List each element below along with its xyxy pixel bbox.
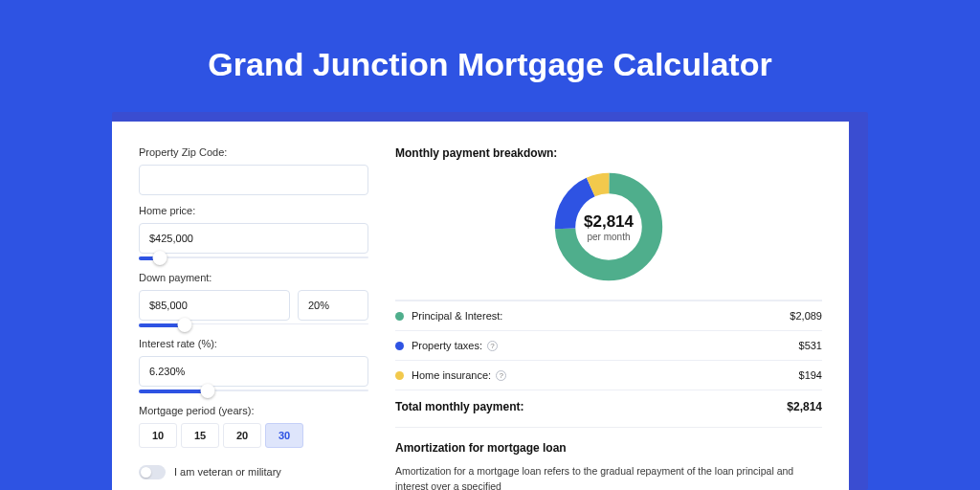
slider-thumb[interactable] bbox=[152, 251, 167, 265]
zip-label: Property Zip Code: bbox=[139, 146, 368, 158]
card-shadow: Property Zip Code: Home price: Down paym… bbox=[112, 112, 868, 490]
help-icon[interactable]: ? bbox=[487, 341, 498, 351]
line-label: Property taxes:? bbox=[412, 340, 799, 351]
veteran-row: I am veteran or military bbox=[139, 465, 368, 479]
home-price-label: Home price: bbox=[139, 205, 368, 216]
page-title: Grand Junction Mortgage Calculator bbox=[208, 46, 771, 83]
down-payment-label: Down payment: bbox=[139, 272, 368, 283]
home-price-field: Home price: bbox=[139, 205, 368, 254]
amortization-title: Amortization for mortgage loan bbox=[395, 441, 822, 455]
total-value: $2,814 bbox=[787, 400, 822, 413]
rate-input[interactable] bbox=[139, 356, 368, 387]
donut-sub: per month bbox=[587, 232, 630, 242]
form-column: Property Zip Code: Home price: Down paym… bbox=[139, 146, 368, 479]
period-btn-20[interactable]: 20 bbox=[223, 423, 261, 448]
breakdown-title: Monthly payment breakdown: bbox=[395, 146, 822, 160]
rate-field: Interest rate (%): bbox=[139, 338, 368, 387]
veteran-label: I am veteran or military bbox=[174, 466, 281, 478]
period-btn-30[interactable]: 30 bbox=[265, 423, 303, 448]
period-label: Mortgage period (years): bbox=[139, 405, 368, 416]
legend-dot bbox=[395, 371, 404, 380]
line-value: $2,089 bbox=[790, 310, 822, 322]
slider-thumb[interactable] bbox=[201, 384, 215, 398]
donut-chart: $2,814 per month bbox=[551, 169, 666, 284]
line-value: $531 bbox=[799, 340, 822, 351]
toggle-knob bbox=[141, 467, 151, 478]
donut-wrap: $2,814 per month bbox=[395, 169, 822, 284]
down-payment-pct-input[interactable] bbox=[298, 290, 368, 321]
line-value: $194 bbox=[799, 369, 822, 381]
amortization-text: Amortization for a mortgage loan refers … bbox=[395, 464, 822, 490]
down-payment-field: Down payment: bbox=[139, 272, 368, 321]
slider-thumb[interactable] bbox=[178, 318, 192, 332]
breakdown-column: Monthly payment breakdown: $2,814 per mo… bbox=[395, 146, 822, 479]
legend-dot bbox=[395, 342, 404, 350]
down-payment-input[interactable] bbox=[139, 290, 290, 321]
rate-slider[interactable] bbox=[139, 390, 368, 391]
rate-label: Interest rate (%): bbox=[139, 338, 368, 349]
period-btn-10[interactable]: 10 bbox=[139, 423, 177, 448]
home-price-input[interactable] bbox=[139, 223, 368, 254]
zip-input[interactable] bbox=[139, 165, 368, 195]
legend-dot bbox=[395, 312, 404, 321]
line-label: Principal & Interest: bbox=[412, 310, 790, 322]
period-btn-15[interactable]: 15 bbox=[181, 423, 219, 448]
total-row: Total monthly payment: $2,814 bbox=[395, 390, 822, 427]
home-price-slider[interactable] bbox=[139, 256, 368, 258]
period-row: 10152030 bbox=[139, 423, 368, 448]
breakdown-line: Home insurance:?$194 bbox=[395, 360, 822, 390]
help-icon[interactable]: ? bbox=[496, 370, 506, 381]
down-payment-slider[interactable] bbox=[139, 323, 368, 325]
line-label: Home insurance:? bbox=[412, 369, 799, 381]
calculator-card: Property Zip Code: Home price: Down paym… bbox=[112, 122, 849, 490]
donut-amount: $2,814 bbox=[584, 212, 634, 232]
breakdown-line: Principal & Interest:$2,089 bbox=[395, 301, 822, 330]
amortization-box: Amortization for mortgage loan Amortizat… bbox=[395, 427, 822, 490]
breakdown-line: Property taxes:?$531 bbox=[395, 330, 822, 360]
zip-field: Property Zip Code: bbox=[139, 146, 368, 195]
veteran-toggle[interactable] bbox=[139, 465, 166, 479]
total-label: Total monthly payment: bbox=[395, 400, 787, 413]
